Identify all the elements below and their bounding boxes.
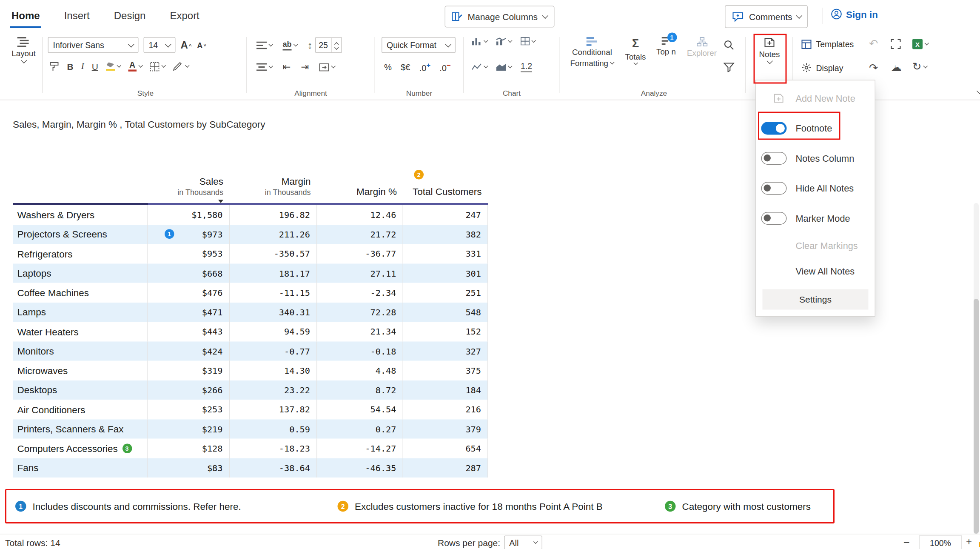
tab-insert[interactable]: Insert — [63, 8, 91, 24]
cell-name[interactable]: Lamps — [13, 302, 148, 322]
text-overflow-button[interactable]: ab — [283, 40, 298, 51]
cell-sales[interactable]: $253 — [148, 400, 230, 419]
cell-margin-pct[interactable]: 8.72 — [317, 380, 404, 400]
cell-sales[interactable]: $973 — [148, 224, 230, 244]
filter-icon[interactable] — [724, 63, 735, 72]
notes-button[interactable]: Notes — [753, 37, 786, 63]
cell-customers[interactable]: 331 — [403, 244, 488, 263]
cell-customers[interactable]: 287 — [403, 458, 488, 478]
sparkline-button[interactable] — [472, 63, 487, 71]
borders-button[interactable] — [150, 62, 165, 71]
header-margin[interactable]: Margin in Thousands — [230, 166, 317, 203]
vertical-scrollbar[interactable] — [974, 203, 979, 535]
marker-mode-toggle[interactable] — [761, 212, 787, 224]
cell-sales[interactable]: $668 — [148, 263, 230, 283]
cell-margin[interactable]: 0.59 — [230, 419, 317, 439]
cell-name[interactable]: Projectors & Screens — [13, 224, 148, 244]
cell-margin-pct[interactable]: 12.46 — [317, 205, 404, 225]
cell-sales[interactable]: $476 — [148, 283, 230, 303]
cell-margin-pct[interactable]: 21.34 — [317, 322, 404, 341]
horizontal-align-button[interactable] — [256, 41, 273, 49]
undo-icon[interactable]: ↶ — [869, 38, 878, 49]
layout-button[interactable]: Layout — [7, 37, 40, 63]
table-row[interactable]: Monitors $424 -0.77 -0.18 327 — [13, 341, 488, 361]
table-row[interactable]: Computers Accessories 3 $128 -18.23 -14.… — [13, 439, 488, 458]
cell-customers[interactable]: 375 — [403, 361, 488, 380]
table-row[interactable]: Lamps $471 340.31 72.28 548 — [13, 302, 488, 322]
templates-button[interactable]: Templates — [801, 40, 854, 49]
cell-customers[interactable]: 247 — [403, 205, 488, 225]
cell-margin-pct[interactable]: -14.27 — [317, 439, 404, 458]
chart-series-button[interactable] — [496, 63, 512, 71]
border-style-button[interactable] — [173, 62, 189, 71]
increase-indent-icon[interactable]: ⇥ — [301, 61, 309, 73]
increase-font-button[interactable]: A˄ — [181, 39, 192, 51]
conditional-formatting-button[interactable]: Conditional Formatting — [565, 37, 619, 68]
stepper-down-icon[interactable] — [334, 45, 339, 50]
cell-sales[interactable]: $471 — [148, 302, 230, 322]
format-painter-icon[interactable] — [50, 62, 60, 71]
cell-margin[interactable]: 340.31 — [230, 302, 317, 322]
cell-customers[interactable]: 152 — [403, 322, 488, 341]
table-row[interactable]: Microwaves $319 14.30 4.48 375 — [13, 361, 488, 380]
cell-customers[interactable]: 379 — [403, 419, 488, 439]
cell-margin-pct[interactable]: 54.54 — [317, 400, 404, 419]
hide-all-notes-toggle[interactable] — [761, 182, 787, 194]
scrollbar-thumb[interactable] — [974, 299, 979, 534]
manage-columns-button[interactable]: Manage Columns — [445, 6, 555, 28]
cell-customers[interactable]: 654 — [403, 439, 488, 458]
header-subcategory[interactable] — [13, 166, 148, 203]
cell-margin[interactable]: 181.17 — [230, 263, 317, 283]
sign-in-button[interactable]: Sign in — [831, 9, 878, 20]
note-marker-3[interactable]: 3 — [122, 443, 132, 453]
menu-item-hide-all-notes[interactable]: Hide All Notes — [756, 173, 875, 203]
decrease-indent-icon[interactable]: ⇤ — [283, 61, 291, 73]
cell-sales[interactable]: $83 — [148, 458, 230, 478]
cell-customers[interactable]: 251 — [403, 283, 488, 303]
cell-margin[interactable]: 23.22 — [230, 380, 317, 400]
fit-to-canvas-icon[interactable] — [891, 39, 901, 49]
quick-format-select[interactable]: Quick Format — [382, 37, 456, 53]
cell-sales[interactable]: $266 — [148, 380, 230, 400]
cell-sales[interactable]: $443 — [148, 322, 230, 341]
cell-sales[interactable]: $128 — [148, 439, 230, 458]
fill-color-button[interactable] — [106, 62, 121, 71]
cell-name[interactable]: Refrigerators — [13, 244, 148, 263]
cell-margin-pct[interactable]: -2.34 — [317, 283, 404, 303]
header-total-customers[interactable]: 2 Total Customers — [403, 166, 488, 203]
header-sales[interactable]: Sales in Thousands — [148, 166, 230, 203]
explorer-button[interactable]: Explorer — [684, 37, 720, 57]
row-height-stepper[interactable]: 25 — [315, 37, 342, 53]
cell-sales[interactable]: $319 — [148, 361, 230, 380]
table-row[interactable]: Desktops $266 23.22 8.72 184 — [13, 380, 488, 400]
cell-margin-pct[interactable]: -46.35 — [317, 458, 404, 478]
table-row[interactable]: Projectors & Screens 1 $973 211.26 21.72… — [13, 224, 488, 244]
notes-column-toggle[interactable] — [761, 152, 787, 164]
cell-margin[interactable]: -18.23 — [230, 439, 317, 458]
menu-item-marker-mode[interactable]: Marker Mode — [756, 203, 875, 233]
font-family-select[interactable]: Inforiver Sans — [48, 37, 139, 53]
comments-button[interactable]: Comments — [725, 5, 808, 28]
zoom-in-button[interactable]: + — [966, 536, 972, 548]
tab-home[interactable]: Home — [10, 8, 41, 24]
cell-margin[interactable]: 211.26 — [230, 224, 317, 244]
chart-options-button[interactable] — [496, 37, 512, 46]
redo-icon[interactable]: ↷ — [869, 63, 878, 74]
top-n-button[interactable]: 1 Top n — [652, 37, 680, 56]
cell-margin[interactable]: -11.15 — [230, 283, 317, 303]
percent-format-button[interactable]: % — [384, 63, 392, 72]
footnote-toggle[interactable] — [761, 122, 787, 134]
bold-button[interactable]: B — [67, 61, 74, 71]
search-icon[interactable] — [724, 40, 735, 51]
cell-margin-pct[interactable]: 72.28 — [317, 302, 404, 322]
cell-margin[interactable]: -38.64 — [230, 458, 317, 478]
cell-name[interactable]: Air Conditioners — [13, 400, 148, 419]
cell-name[interactable]: Laptops — [13, 263, 148, 283]
menu-item-view-all-notes[interactable]: View All Notes — [756, 259, 875, 284]
cell-margin-pct[interactable]: -36.77 — [317, 244, 404, 263]
note-marker-1[interactable]: 1 — [165, 229, 174, 239]
font-color-button[interactable]: A — [128, 62, 142, 71]
cell-margin-pct[interactable]: 4.48 — [317, 361, 404, 380]
row-height-control[interactable]: ↕ 25 — [308, 37, 342, 53]
cell-customers[interactable]: 382 — [403, 224, 488, 244]
